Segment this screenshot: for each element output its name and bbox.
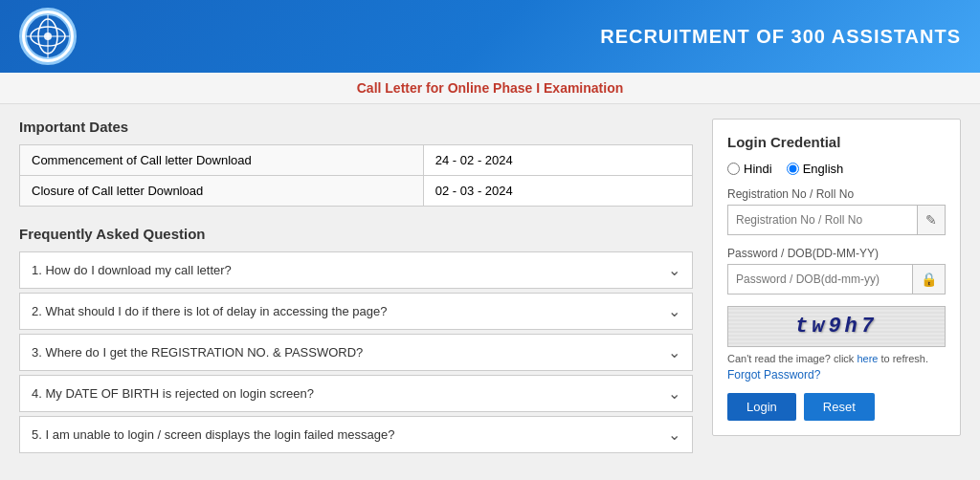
password-label: Password / DOB(DD-MM-YY) (727, 247, 946, 260)
header-title: RECRUITMENT OF 300 ASSISTANTS (600, 26, 961, 48)
language-selector: Hindi English (727, 162, 946, 176)
date-value-1: 24 - 02 - 2024 (423, 145, 692, 176)
chevron-down-icon-4: ⌄ (668, 384, 680, 403)
reg-no-input-group: ✎ (727, 205, 946, 235)
main-content: Important Dates Commencement of Call let… (0, 104, 980, 480)
header-logo (19, 8, 77, 65)
edit-icon[interactable]: ✎ (917, 206, 945, 234)
faq-item-2[interactable]: 2. What should I do if there is lot of d… (19, 293, 693, 330)
captcha-image: tw9h7 (727, 306, 946, 347)
login-btn-group: Login Reset (727, 393, 946, 421)
important-dates-title: Important Dates (19, 119, 693, 135)
captcha-hint-suffix: to refresh. (878, 353, 928, 364)
date-value-2: 02 - 03 - 2024 (423, 176, 692, 207)
date-row-2: Closure of Call letter Download 02 - 03 … (20, 176, 693, 207)
login-title: Login Credential (727, 134, 946, 150)
captcha-text: tw9h7 (795, 315, 878, 338)
hindi-radio[interactable] (727, 163, 740, 175)
radio-english[interactable]: English (787, 162, 844, 176)
english-radio[interactable] (787, 163, 799, 175)
date-label-2: Closure of Call letter Download (20, 176, 424, 207)
faq-text-4: 4. My DATE OF BIRTH is rejected on login… (32, 386, 314, 401)
forgot-password-link[interactable]: Forgot Password? (727, 368, 946, 382)
logo-icon (24, 12, 72, 60)
password-input-group: 🔒 (727, 264, 946, 295)
header: RECRUITMENT OF 300 ASSISTANTS (0, 0, 980, 73)
captcha-refresh-link[interactable]: here (857, 353, 878, 364)
captcha-hint-prefix: Can't read the image? click (727, 353, 857, 364)
faq-text-2: 2. What should I do if there is lot of d… (32, 304, 387, 318)
english-label: English (803, 162, 844, 176)
login-panel: Login Credential Hindi English Registrat… (712, 119, 961, 436)
reg-no-label: Registration No / Roll No (727, 187, 946, 201)
faq-text-1: 1. How do I download my call letter? (32, 263, 232, 277)
faq-item-5[interactable]: 5. I am unable to login / screen display… (19, 416, 693, 453)
date-label-1: Commencement of Call letter Download (20, 145, 424, 176)
radio-hindi[interactable]: Hindi (727, 162, 772, 176)
chevron-down-icon-5: ⌄ (668, 425, 680, 444)
hindi-label: Hindi (744, 162, 772, 176)
sub-header-text: Call Letter for Online Phase I Examinati… (357, 80, 624, 96)
faq-text-5: 5. I am unable to login / screen display… (32, 427, 394, 442)
faq-text-3: 3. Where do I get the REGISTRATION NO. &… (32, 345, 363, 360)
faq-item-3[interactable]: 3. Where do I get the REGISTRATION NO. &… (19, 334, 693, 371)
login-button[interactable]: Login (727, 393, 796, 421)
faq-item-1[interactable]: 1. How do I download my call letter? ⌄ (19, 251, 693, 289)
password-input[interactable] (728, 266, 912, 293)
chevron-down-icon-1: ⌄ (668, 261, 680, 279)
reg-no-input[interactable] (728, 207, 917, 233)
lock-icon[interactable]: 🔒 (912, 265, 945, 294)
captcha-hint: Can't read the image? click here to refr… (727, 353, 946, 364)
dates-table: Commencement of Call letter Download 24 … (19, 144, 693, 207)
reset-button[interactable]: Reset (804, 393, 875, 421)
faq-item-4[interactable]: 4. My DATE OF BIRTH is rejected on login… (19, 375, 693, 412)
chevron-down-icon-2: ⌄ (668, 302, 680, 320)
chevron-down-icon-3: ⌄ (668, 343, 680, 361)
sub-header-banner: Call Letter for Online Phase I Examinati… (0, 73, 980, 104)
date-row-1: Commencement of Call letter Download 24 … (20, 145, 693, 176)
faq-title: Frequently Asked Question (19, 226, 693, 242)
left-panel: Important Dates Commencement of Call let… (19, 119, 693, 480)
